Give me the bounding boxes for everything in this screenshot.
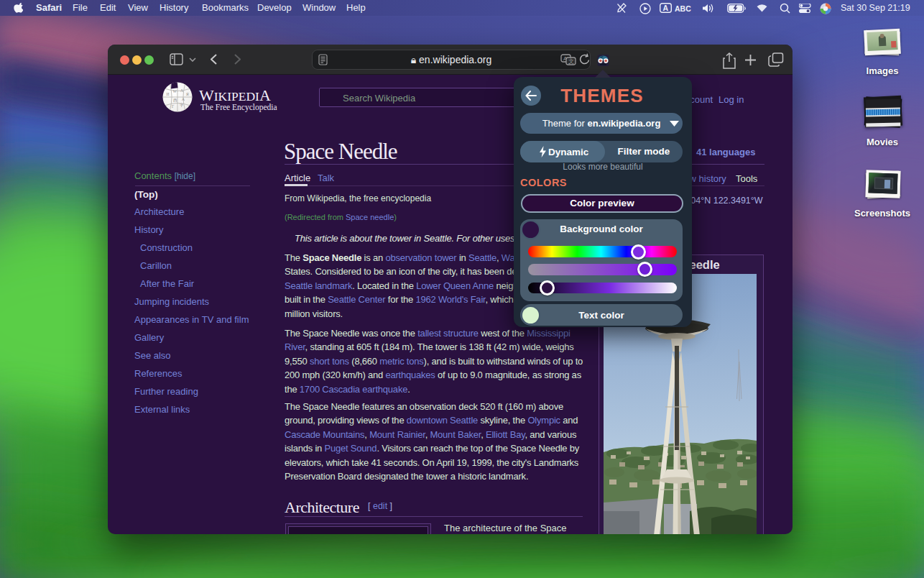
svg-text:字: 字: [180, 103, 184, 107]
svg-text:A: A: [663, 4, 669, 12]
svg-text:Γ: Γ: [172, 104, 174, 109]
svg-text:文: 文: [568, 58, 574, 65]
svg-text:И: И: [167, 92, 170, 96]
svg-text:Λ: Λ: [180, 88, 183, 93]
svg-text:ABC: ABC: [675, 4, 691, 13]
svg-text:A: A: [182, 97, 185, 101]
svg-text:W: W: [173, 89, 177, 93]
svg-text:Я: Я: [186, 92, 189, 96]
svg-text:西: 西: [173, 98, 177, 103]
